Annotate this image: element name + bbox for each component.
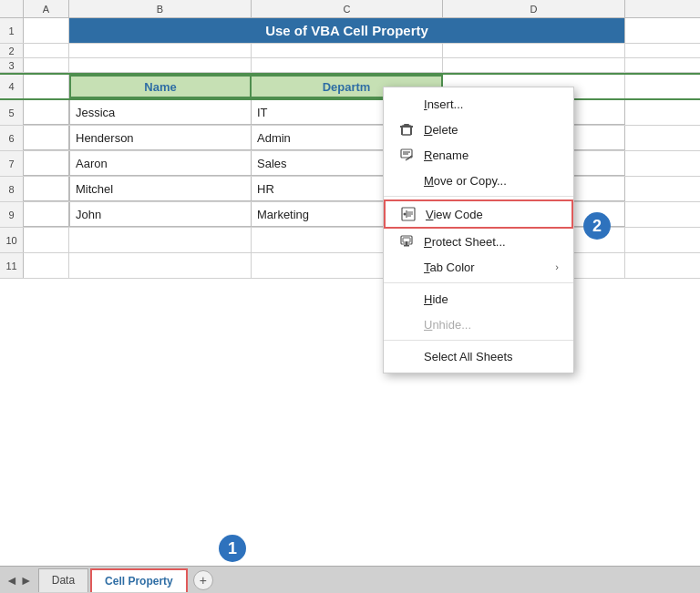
row-num-2: 2	[0, 44, 24, 57]
row-6: 6 Henderson Admin	[0, 126, 700, 151]
tab-data[interactable]: Data	[38, 568, 88, 592]
row-num-11: 11	[0, 253, 24, 278]
menu-label-protect: Protect Sheet...	[424, 235, 506, 249]
delete-icon	[398, 121, 415, 138]
cell-name-7[interactable]: Aaron	[69, 151, 252, 176]
svg-rect-4	[404, 124, 409, 126]
menu-item-move-copy[interactable]: Move or Copy...	[384, 168, 573, 193]
row-11: 11	[0, 253, 700, 279]
cell-d3	[443, 58, 625, 72]
tab-color-icon	[398, 259, 415, 275]
svg-rect-3	[410, 128, 412, 135]
tab-add-button[interactable]: +	[193, 570, 213, 590]
menu-item-delete[interactable]: Delete	[384, 117, 573, 142]
row-2: 2	[0, 44, 700, 58]
cell-a3	[24, 58, 69, 72]
col-header-a: A	[24, 0, 69, 17]
svg-point-11	[404, 213, 407, 216]
hide-icon	[398, 291, 415, 307]
menu-label-unhide: Unhide...	[424, 318, 471, 332]
cell-b3	[69, 58, 252, 72]
row-num-9: 9	[0, 202, 24, 227]
menu-item-protect[interactable]: Protect Sheet...	[384, 229, 573, 254]
cell-name-9[interactable]: John	[69, 202, 252, 227]
col-header-d: D	[443, 0, 625, 17]
badge-1-label: 1	[228, 539, 237, 558]
menu-separator-3	[384, 340, 573, 341]
svg-rect-19	[404, 245, 409, 247]
row-num-1: 1	[0, 18, 24, 43]
cell-c3	[252, 58, 443, 72]
cell-b2	[69, 44, 252, 57]
tab-cell-property-label: Cell Property	[105, 575, 173, 588]
cell-name-8[interactable]: Mitchel	[69, 177, 252, 201]
badge-2-label: 2	[592, 217, 602, 236]
spreadsheet-title: Use of VBA Cell Property	[265, 23, 428, 38]
svg-rect-18	[406, 241, 407, 245]
tab-next-icon[interactable]: ►	[20, 573, 33, 588]
row-num-5: 5	[0, 100, 24, 125]
menu-item-hide[interactable]: Hide	[384, 286, 573, 312]
cell-b11	[69, 253, 252, 278]
menu-label-view-code: View Code	[426, 208, 483, 221]
menu-item-select-all[interactable]: Select All Sheets	[384, 343, 573, 369]
row-3: 3	[0, 58, 700, 73]
tab-bar: ◄ ► Data Cell Property +	[0, 566, 700, 593]
row-num-10: 10	[0, 228, 24, 252]
row-5: 5 Jessica IT	[0, 100, 700, 126]
cell-d2	[443, 44, 625, 57]
grid: 1 Use of VBA Cell Property 2 3 4	[0, 18, 700, 566]
menu-item-insert[interactable]: Insert...	[384, 91, 573, 117]
unhide-icon	[398, 316, 415, 332]
row-4-header: 4 Name Departm	[0, 73, 700, 100]
cell-name-header: Name	[69, 75, 252, 98]
tab-prev-icon[interactable]: ◄	[5, 573, 18, 588]
context-menu: Insert... Delete Rename Move or Copy... …	[383, 87, 574, 373]
cell-c2	[252, 44, 443, 57]
step-badge-1: 1	[219, 535, 246, 562]
row-8: 8 Mitchel HR	[0, 177, 700, 202]
row-num-4: 4	[0, 75, 24, 98]
menu-label-move-copy: Move or Copy...	[424, 174, 507, 188]
column-headers: A B C D	[0, 0, 700, 18]
menu-label-rename: Rename	[424, 148, 468, 162]
row-num-6: 6	[0, 126, 24, 150]
spreadsheet: A B C D 1 Use of VBA Cell Property 2 3	[0, 0, 700, 593]
menu-label-hide: Hide	[424, 292, 448, 306]
step-badge-2: 2	[583, 212, 611, 240]
cell-name-5[interactable]: Jessica	[69, 100, 252, 125]
cell-a11	[24, 253, 69, 278]
view-code-icon	[400, 206, 417, 222]
row-1: 1 Use of VBA Cell Property	[0, 18, 700, 44]
cell-a9	[24, 202, 69, 227]
menu-label-insert: Insert...	[424, 97, 463, 111]
menu-separator-1	[384, 196, 573, 197]
cell-a6	[24, 126, 69, 150]
menu-label-delete: Delete	[424, 123, 458, 137]
row-num-3: 3	[0, 58, 24, 72]
tab-cell-property[interactable]: Cell Property	[90, 568, 188, 592]
cell-a7	[24, 151, 69, 176]
col-header-b: B	[69, 0, 252, 17]
row-7: 7 Aaron Sales	[0, 151, 700, 177]
cell-a5	[24, 100, 69, 125]
svg-rect-2	[401, 128, 403, 135]
cell-a4	[24, 75, 69, 98]
menu-label-tab-color: Tab Color	[424, 261, 475, 274]
rename-icon	[398, 147, 415, 163]
row-num-7: 7	[0, 151, 24, 176]
cell-title: Use of VBA Cell Property	[69, 18, 625, 43]
cell-a2	[24, 44, 69, 57]
menu-label-select-all: Select All Sheets	[424, 350, 513, 363]
tab-navigation: ◄ ►	[0, 573, 38, 588]
name-header-label: Name	[144, 80, 176, 94]
cell-a10	[24, 228, 69, 252]
menu-item-view-code[interactable]: View Code	[384, 199, 573, 229]
menu-item-tab-color[interactable]: Tab Color ›	[384, 254, 573, 280]
menu-separator-2	[384, 282, 573, 283]
select-all-icon	[398, 348, 415, 364]
protect-icon	[398, 233, 415, 250]
move-copy-icon	[398, 172, 415, 189]
cell-name-6[interactable]: Henderson	[69, 126, 252, 150]
menu-item-rename[interactable]: Rename	[384, 142, 573, 168]
